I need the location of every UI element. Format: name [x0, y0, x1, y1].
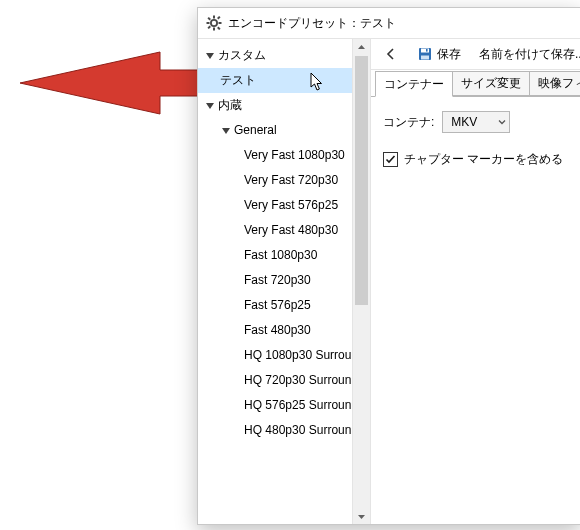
chevron-down-icon: [495, 112, 509, 132]
svg-rect-2: [213, 16, 215, 19]
svg-point-1: [211, 20, 217, 26]
callout-arrow: [20, 48, 210, 118]
cursor-icon: [310, 72, 326, 92]
chapter-marker-label: チャプター マーカーを含める: [404, 151, 563, 168]
tree-item[interactable]: Fast 1080p30: [198, 243, 352, 268]
tab-label: 映像フィルター: [538, 75, 580, 92]
tab-label: サイズ変更: [461, 75, 521, 92]
tree-item[interactable]: HQ 480p30 Surround: [198, 418, 352, 443]
tree-item-selected[interactable]: テスト: [198, 68, 352, 93]
svg-rect-7: [217, 27, 221, 31]
svg-rect-12: [421, 56, 429, 60]
window-title: エンコードプリセット：テスト: [228, 15, 396, 32]
tree-item[interactable]: Fast 576p25: [198, 293, 352, 318]
svg-rect-8: [217, 16, 221, 20]
svg-marker-0: [20, 52, 210, 114]
expander-icon[interactable]: [204, 100, 216, 112]
tab-video-filter[interactable]: 映像フィルター: [529, 71, 580, 96]
container-row: コンテナ: MKV: [383, 111, 568, 133]
tab-body-container: コンテナ: MKV チャプター マーカーを含める: [371, 97, 580, 182]
tree-label: General: [234, 118, 277, 143]
toolbar: 保存 名前を付けて保存... 名: [371, 39, 580, 70]
tree-item[interactable]: Fast 720p30: [198, 268, 352, 293]
svg-rect-4: [207, 22, 210, 24]
container-dropdown[interactable]: MKV: [442, 111, 510, 133]
save-as-button[interactable]: 名前を付けて保存...: [471, 42, 580, 66]
tree-item[interactable]: HQ 576p25 Surround: [198, 393, 352, 418]
tree-label: HQ 576p25 Surround: [244, 393, 352, 418]
tree-label: テスト: [220, 68, 256, 93]
tree-label: HQ 1080p30 Surround: [244, 343, 352, 368]
tree-label: Fast 480p30: [244, 318, 311, 343]
tree-scrollbar[interactable]: [352, 39, 370, 525]
tab-strip: コンテナー サイズ変更 映像フィルター ビデオ: [371, 70, 580, 97]
preset-window: エンコードプリセット：テスト カスタム: [197, 7, 580, 525]
tree-group-general[interactable]: General: [198, 118, 352, 143]
save-as-label: 名前を付けて保存...: [479, 46, 580, 63]
save-icon: [417, 46, 433, 62]
tree-group-custom[interactable]: カスタム: [198, 43, 352, 68]
scroll-down-button[interactable]: [353, 508, 370, 525]
right-panel: 保存 名前を付けて保存... 名 コンテナー サイズ変更 映像フィルター ビデオ: [371, 39, 580, 525]
scroll-track[interactable]: [353, 56, 370, 508]
tree-item[interactable]: Fast 480p30: [198, 318, 352, 343]
chevron-left-icon: [383, 46, 399, 62]
tree-label: Fast 576p25: [244, 293, 311, 318]
tree-label: Very Fast 720p30: [244, 168, 338, 193]
expander-icon[interactable]: [204, 50, 216, 62]
tab-container[interactable]: コンテナー: [375, 71, 453, 97]
back-button[interactable]: [375, 42, 407, 66]
svg-rect-6: [207, 17, 211, 21]
titlebar: エンコードプリセット：テスト: [198, 8, 580, 39]
tree-label: Fast 1080p30: [244, 243, 317, 268]
tree-label: HQ 480p30 Surround: [244, 418, 352, 443]
container-value: MKV: [443, 115, 495, 129]
svg-rect-11: [421, 49, 429, 53]
tree-item[interactable]: HQ 720p30 Surround: [198, 368, 352, 393]
expander-icon[interactable]: [220, 125, 232, 137]
tree-label: 内蔵: [218, 93, 242, 118]
container-label: コンテナ:: [383, 114, 434, 131]
svg-rect-9: [207, 26, 211, 30]
tree-label: HQ 720p30 Surround: [244, 368, 352, 393]
tree-label: Very Fast 576p25: [244, 193, 338, 218]
svg-rect-13: [426, 49, 428, 52]
tree-label: Fast 720p30: [244, 268, 311, 293]
preset-tree-panel: カスタム テスト: [198, 39, 371, 525]
preset-tree[interactable]: カスタム テスト: [198, 39, 352, 525]
tab-resize[interactable]: サイズ変更: [452, 71, 530, 96]
tree-item[interactable]: Very Fast 576p25: [198, 193, 352, 218]
checkbox-icon: [383, 152, 398, 167]
svg-rect-3: [213, 28, 215, 31]
tree-item[interactable]: Very Fast 1080p30: [198, 143, 352, 168]
tree-item[interactable]: Very Fast 480p30: [198, 218, 352, 243]
tree-group-builtin[interactable]: 内蔵: [198, 93, 352, 118]
tree-label: Very Fast 1080p30: [244, 143, 345, 168]
tab-label: コンテナー: [384, 76, 444, 93]
save-button[interactable]: 保存: [409, 42, 469, 66]
svg-rect-5: [219, 22, 222, 24]
chapter-marker-checkbox[interactable]: チャプター マーカーを含める: [383, 151, 568, 168]
tree-item[interactable]: Very Fast 720p30: [198, 168, 352, 193]
scroll-thumb[interactable]: [355, 56, 368, 305]
save-label: 保存: [437, 46, 461, 63]
tree-item[interactable]: HQ 1080p30 Surround: [198, 343, 352, 368]
tree-label: Very Fast 480p30: [244, 218, 338, 243]
tree-label: カスタム: [218, 43, 266, 68]
gear-icon: [206, 15, 222, 31]
scroll-up-button[interactable]: [353, 39, 370, 56]
